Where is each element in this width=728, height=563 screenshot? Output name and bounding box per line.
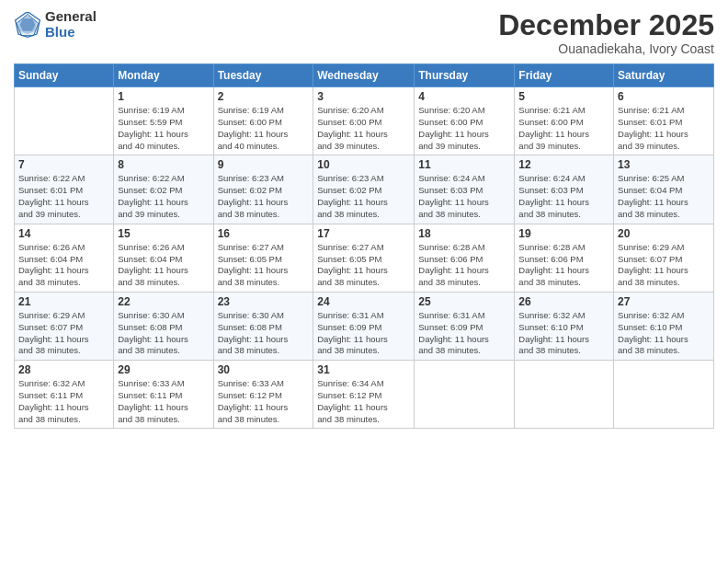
calendar-week-2: 7Sunrise: 6:22 AMSunset: 6:01 PMDaylight…: [15, 155, 714, 224]
day-info: Sunrise: 6:19 AMSunset: 6:00 PMDaylight:…: [218, 105, 310, 152]
calendar-cell: 19Sunrise: 6:28 AMSunset: 6:06 PMDayligh…: [515, 224, 614, 292]
day-number: 4: [418, 90, 510, 103]
day-info: Sunrise: 6:20 AMSunset: 6:00 PMDaylight:…: [418, 105, 510, 152]
calendar-cell: 4Sunrise: 6:20 AMSunset: 6:00 PMDaylight…: [415, 87, 515, 155]
calendar-cell: 1Sunrise: 6:19 AMSunset: 5:59 PMDaylight…: [114, 87, 213, 155]
day-number: 5: [518, 90, 609, 103]
day-info: Sunrise: 6:20 AMSunset: 6:00 PMDaylight:…: [317, 105, 410, 152]
day-number: 30: [218, 363, 310, 376]
day-info: Sunrise: 6:21 AMSunset: 6:01 PMDaylight:…: [618, 105, 710, 152]
day-info: Sunrise: 6:22 AMSunset: 6:02 PMDaylight:…: [118, 173, 209, 220]
day-number: 17: [317, 227, 410, 240]
day-info: Sunrise: 6:33 AMSunset: 6:11 PMDaylight:…: [118, 378, 209, 425]
day-number: 25: [418, 295, 510, 308]
calendar-header-friday: Friday: [515, 64, 614, 87]
calendar-table: SundayMondayTuesdayWednesdayThursdayFrid…: [14, 63, 714, 429]
calendar-cell: 5Sunrise: 6:21 AMSunset: 6:00 PMDaylight…: [515, 87, 614, 155]
day-info: Sunrise: 6:30 AMSunset: 6:08 PMDaylight:…: [118, 310, 209, 357]
calendar-week-5: 28Sunrise: 6:32 AMSunset: 6:11 PMDayligh…: [15, 361, 714, 429]
day-info: Sunrise: 6:31 AMSunset: 6:09 PMDaylight:…: [317, 310, 410, 357]
calendar-cell: 14Sunrise: 6:26 AMSunset: 6:04 PMDayligh…: [15, 224, 114, 292]
calendar-cell: 2Sunrise: 6:19 AMSunset: 6:00 PMDaylight…: [213, 87, 313, 155]
calendar-cell: 3Sunrise: 6:20 AMSunset: 6:00 PMDaylight…: [313, 87, 415, 155]
day-number: 28: [18, 363, 109, 376]
day-info: Sunrise: 6:29 AMSunset: 6:07 PMDaylight:…: [18, 310, 109, 357]
calendar-week-4: 21Sunrise: 6:29 AMSunset: 6:07 PMDayligh…: [15, 292, 714, 360]
day-info: Sunrise: 6:25 AMSunset: 6:04 PMDaylight:…: [618, 173, 710, 220]
calendar-cell: 28Sunrise: 6:32 AMSunset: 6:11 PMDayligh…: [15, 361, 114, 429]
day-info: Sunrise: 6:23 AMSunset: 6:02 PMDaylight:…: [317, 173, 410, 220]
day-info: Sunrise: 6:30 AMSunset: 6:08 PMDaylight:…: [218, 310, 310, 357]
day-info: Sunrise: 6:24 AMSunset: 6:03 PMDaylight:…: [418, 173, 510, 220]
calendar-header-row: SundayMondayTuesdayWednesdayThursdayFrid…: [15, 64, 714, 87]
day-number: 31: [317, 363, 410, 376]
calendar-cell: 27Sunrise: 6:32 AMSunset: 6:10 PMDayligh…: [614, 292, 714, 360]
logo-icon: [14, 11, 41, 39]
day-info: Sunrise: 6:23 AMSunset: 6:02 PMDaylight:…: [218, 173, 310, 220]
calendar-cell: 17Sunrise: 6:27 AMSunset: 6:05 PMDayligh…: [313, 224, 415, 292]
title-area: December 2025 Ouanadiekaha, Ivory Coast: [498, 9, 714, 56]
day-number: 6: [618, 90, 710, 103]
day-info: Sunrise: 6:21 AMSunset: 6:00 PMDaylight:…: [518, 105, 609, 152]
day-info: Sunrise: 6:27 AMSunset: 6:05 PMDaylight:…: [317, 242, 410, 289]
logo-text: General Blue: [45, 9, 97, 40]
day-number: 14: [18, 227, 109, 240]
location-subtitle: Ouanadiekaha, Ivory Coast: [498, 41, 714, 56]
calendar-cell: [15, 87, 114, 155]
calendar-cell: 22Sunrise: 6:30 AMSunset: 6:08 PMDayligh…: [114, 292, 213, 360]
calendar-cell: 25Sunrise: 6:31 AMSunset: 6:09 PMDayligh…: [415, 292, 515, 360]
calendar-cell: 15Sunrise: 6:26 AMSunset: 6:04 PMDayligh…: [114, 224, 213, 292]
month-title: December 2025: [498, 9, 714, 41]
day-info: Sunrise: 6:29 AMSunset: 6:07 PMDaylight:…: [618, 242, 710, 289]
calendar-cell: 12Sunrise: 6:24 AMSunset: 6:03 PMDayligh…: [515, 155, 614, 224]
calendar-cell: 10Sunrise: 6:23 AMSunset: 6:02 PMDayligh…: [313, 155, 415, 224]
calendar-cell: 6Sunrise: 6:21 AMSunset: 6:01 PMDaylight…: [614, 87, 714, 155]
day-info: Sunrise: 6:26 AMSunset: 6:04 PMDaylight:…: [118, 242, 209, 289]
day-number: 3: [317, 90, 410, 103]
day-number: 16: [218, 227, 310, 240]
calendar-cell: [515, 361, 614, 429]
calendar-header-saturday: Saturday: [614, 64, 714, 87]
header: General Blue December 2025 Ouanadiekaha,…: [14, 9, 714, 56]
day-number: 22: [118, 295, 209, 308]
day-info: Sunrise: 6:22 AMSunset: 6:01 PMDaylight:…: [18, 173, 109, 220]
calendar-week-3: 14Sunrise: 6:26 AMSunset: 6:04 PMDayligh…: [15, 224, 714, 292]
calendar-header-tuesday: Tuesday: [213, 64, 313, 87]
day-number: 7: [18, 158, 109, 171]
calendar-cell: 20Sunrise: 6:29 AMSunset: 6:07 PMDayligh…: [614, 224, 714, 292]
calendar-cell: [415, 361, 515, 429]
day-info: Sunrise: 6:32 AMSunset: 6:11 PMDaylight:…: [18, 378, 109, 425]
calendar-cell: 26Sunrise: 6:32 AMSunset: 6:10 PMDayligh…: [515, 292, 614, 360]
day-info: Sunrise: 6:32 AMSunset: 6:10 PMDaylight:…: [518, 310, 609, 357]
calendar-cell: 9Sunrise: 6:23 AMSunset: 6:02 PMDaylight…: [213, 155, 313, 224]
day-number: 20: [618, 227, 710, 240]
logo: General Blue: [14, 9, 97, 40]
day-info: Sunrise: 6:26 AMSunset: 6:04 PMDaylight:…: [18, 242, 109, 289]
calendar-header-sunday: Sunday: [15, 64, 114, 87]
day-number: 15: [118, 227, 209, 240]
calendar-cell: [614, 361, 714, 429]
calendar-cell: 8Sunrise: 6:22 AMSunset: 6:02 PMDaylight…: [114, 155, 213, 224]
calendar-cell: 29Sunrise: 6:33 AMSunset: 6:11 PMDayligh…: [114, 361, 213, 429]
day-info: Sunrise: 6:24 AMSunset: 6:03 PMDaylight:…: [518, 173, 609, 220]
day-number: 19: [518, 227, 609, 240]
day-number: 2: [218, 90, 310, 103]
day-number: 29: [118, 363, 209, 376]
day-info: Sunrise: 6:28 AMSunset: 6:06 PMDaylight:…: [418, 242, 510, 289]
day-info: Sunrise: 6:34 AMSunset: 6:12 PMDaylight:…: [317, 378, 410, 425]
calendar-cell: 11Sunrise: 6:24 AMSunset: 6:03 PMDayligh…: [415, 155, 515, 224]
page: General Blue December 2025 Ouanadiekaha,…: [0, 0, 728, 563]
calendar-header-wednesday: Wednesday: [313, 64, 415, 87]
calendar-cell: 16Sunrise: 6:27 AMSunset: 6:05 PMDayligh…: [213, 224, 313, 292]
day-number: 11: [418, 158, 510, 171]
calendar-header-thursday: Thursday: [415, 64, 515, 87]
day-number: 12: [518, 158, 609, 171]
day-number: 13: [618, 158, 710, 171]
day-number: 26: [518, 295, 609, 308]
calendar-cell: 30Sunrise: 6:33 AMSunset: 6:12 PMDayligh…: [213, 361, 313, 429]
calendar-cell: 24Sunrise: 6:31 AMSunset: 6:09 PMDayligh…: [313, 292, 415, 360]
day-number: 21: [18, 295, 109, 308]
day-number: 27: [618, 295, 710, 308]
day-info: Sunrise: 6:27 AMSunset: 6:05 PMDaylight:…: [218, 242, 310, 289]
day-info: Sunrise: 6:31 AMSunset: 6:09 PMDaylight:…: [418, 310, 510, 357]
